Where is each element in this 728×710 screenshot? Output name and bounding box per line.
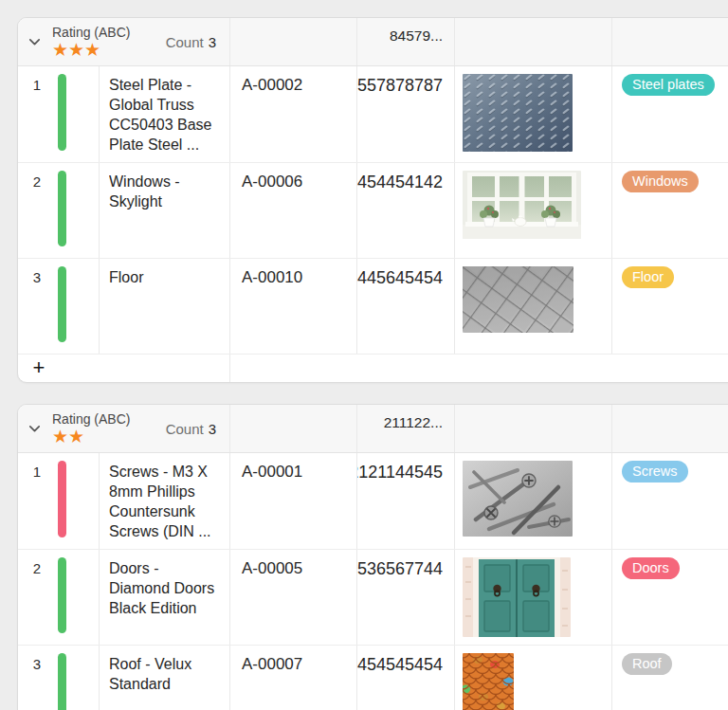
category-cell[interactable]: Steel plates — [612, 66, 728, 162]
group-summary-value[interactable]: 84579... — [357, 18, 455, 65]
number-cell[interactable]: 4557878787 — [357, 66, 455, 162]
row-handle-cell[interactable]: 3 — [18, 259, 100, 354]
window-photo[interactable] — [463, 171, 611, 239]
sku-value: A-00001 — [242, 463, 302, 481]
roof-photo[interactable] — [463, 653, 611, 710]
category-cell[interactable]: Windows — [612, 163, 728, 258]
sku-cell[interactable]: A-00007 — [230, 646, 357, 710]
sku-cell[interactable]: A-00005 — [230, 550, 357, 645]
attachment-cell[interactable] — [455, 550, 612, 645]
name-cell[interactable]: Roof - Velux Standard — [100, 646, 230, 710]
category-tag[interactable]: Screws — [622, 461, 688, 482]
table-row: 1 Steel Plate - Global Truss CC50403 Bas… — [18, 66, 728, 163]
sku-cell[interactable]: A-00002 — [230, 66, 357, 162]
group-table: Rating (ABC) ★★ Count3 211122... 1 Screw… — [17, 404, 728, 710]
header-cell-attachment[interactable] — [455, 405, 612, 452]
name-cell[interactable]: Windows - Skylight — [100, 163, 230, 258]
table-row: 2 Windows - Skylight A-00006 3454454142 — [18, 163, 728, 259]
number-cell[interactable]: 445645454 — [357, 259, 455, 354]
group-count: Count3 — [166, 34, 216, 50]
name-cell[interactable]: Steel Plate - Global Truss CC50403 Base … — [100, 66, 230, 162]
chevron-down-icon[interactable] — [28, 425, 41, 433]
screws-photo[interactable] — [463, 461, 611, 537]
row-handle-cell[interactable]: 2 — [18, 163, 100, 258]
name-cell[interactable]: Screws - M3 X 8mm Phillips Countersunk S… — [100, 453, 230, 549]
category-cell[interactable]: Screws — [612, 453, 728, 549]
rating-color-bar — [58, 557, 66, 633]
attachment-cell[interactable] — [455, 453, 612, 549]
name-cell[interactable]: Doors - Diamond Doors Black Edition — [100, 550, 230, 645]
sku-value: A-00006 — [242, 173, 302, 191]
row-handle-cell[interactable]: 2 — [18, 550, 100, 645]
sku-cell[interactable]: A-00006 — [230, 163, 357, 258]
header-cell-category[interactable] — [612, 18, 728, 65]
header-cell-attachment[interactable] — [455, 18, 612, 65]
item-name: Steel Plate - Global Truss CC50403 Base … — [109, 75, 222, 155]
category-cell[interactable]: Doors — [612, 550, 728, 645]
group-table: Rating (ABC) ★★★ Count3 84579... 1 Steel… — [17, 17, 728, 383]
number-value: 2121144545 — [357, 463, 443, 482]
row-number: 1 — [18, 464, 56, 537]
number-cell[interactable]: 2121144545 — [357, 453, 455, 549]
plus-icon: + — [27, 358, 50, 377]
row-number: 3 — [18, 656, 56, 710]
item-name: Floor — [109, 267, 222, 287]
group-header: Rating (ABC) ★★ Count3 211122... — [18, 405, 728, 453]
count-label: Count — [166, 34, 204, 50]
category-cell[interactable]: Floor — [612, 259, 728, 354]
count-value[interactable]: 3 — [209, 34, 216, 50]
header-cell-sku[interactable] — [230, 18, 357, 65]
rating-stars-icon[interactable]: ★★ — [52, 428, 130, 446]
number-cell[interactable]: 454545454 — [357, 646, 455, 710]
number-value: 454545454 — [357, 655, 443, 675]
attachment-cell[interactable] — [455, 163, 612, 258]
category-cell[interactable]: Roof — [612, 646, 728, 710]
count-value[interactable]: 3 — [209, 421, 216, 437]
group-header: Rating (ABC) ★★★ Count3 84579... — [18, 18, 728, 66]
row-handle-cell[interactable]: 1 — [18, 66, 100, 162]
group-count: Count3 — [166, 421, 216, 437]
floor-photo[interactable] — [463, 266, 611, 333]
header-cell-category[interactable] — [612, 405, 728, 452]
number-value: 3454454142 — [357, 173, 443, 192]
count-label: Count — [166, 421, 204, 437]
sku-cell[interactable]: A-00010 — [230, 259, 357, 354]
item-name: Windows - Skylight — [109, 172, 222, 211]
group-header-main-cell: Rating (ABC) ★★ Count3 — [18, 405, 230, 452]
rating-color-bar — [58, 171, 66, 246]
number-cell[interactable]: 3536567744 — [357, 550, 455, 645]
chevron-down-icon[interactable] — [28, 38, 41, 46]
rating-stars-icon[interactable]: ★★★ — [52, 41, 130, 59]
row-number: 3 — [18, 269, 56, 342]
header-cell-sku[interactable] — [230, 405, 357, 452]
number-value: 4557878787 — [357, 76, 443, 96]
door-photo[interactable] — [463, 557, 611, 637]
group-rating: Rating (ABC) ★★ — [52, 411, 130, 446]
category-tag[interactable]: Windows — [622, 171, 699, 192]
item-name: Doors - Diamond Doors Black Edition — [109, 558, 222, 618]
sku-cell[interactable]: A-00001 — [230, 453, 357, 549]
sku-value: A-00005 — [242, 559, 302, 577]
name-cell[interactable]: Floor — [100, 259, 230, 354]
row-handle-cell[interactable]: 3 — [18, 646, 100, 710]
category-tag[interactable]: Roof — [622, 653, 672, 675]
category-tag[interactable]: Steel plates — [622, 74, 715, 96]
number-value: 445645454 — [357, 268, 443, 288]
attachment-cell[interactable] — [455, 66, 612, 162]
steel-plate-photo[interactable] — [463, 74, 611, 152]
group-summary-value[interactable]: 211122... — [357, 405, 455, 452]
category-tag[interactable]: Doors — [622, 557, 680, 579]
row-handle-cell[interactable]: 1 — [18, 453, 100, 549]
grouped-grid-view: Rating (ABC) ★★★ Count3 84579... 1 Steel… — [0, 0, 728, 710]
attachment-cell[interactable] — [455, 259, 612, 354]
category-tag[interactable]: Floor — [622, 266, 674, 288]
attachment-cell[interactable] — [455, 646, 612, 710]
group-header-main-cell: Rating (ABC) ★★★ Count3 — [18, 18, 230, 65]
table-row: 3 Roof - Velux Standard A-00007 45454545… — [18, 646, 728, 710]
rating-color-bar — [58, 74, 66, 151]
number-cell[interactable]: 3454454142 — [357, 163, 455, 258]
sku-value: A-00002 — [242, 76, 302, 94]
add-row-button[interactable]: + — [18, 355, 728, 382]
item-name: Roof - Velux Standard — [109, 654, 222, 694]
table-row: 2 Doors - Diamond Doors Black Edition A-… — [18, 550, 728, 646]
